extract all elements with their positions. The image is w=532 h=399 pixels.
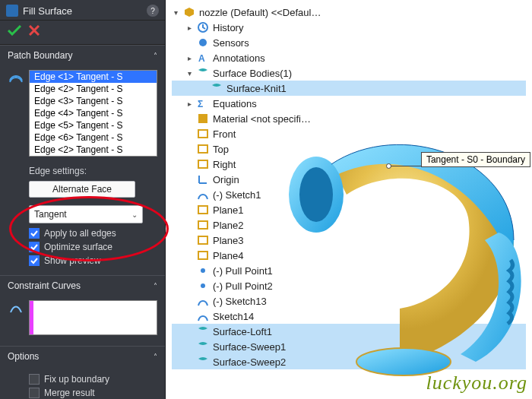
sketch-icon <box>197 188 209 201</box>
apply-to-all-edges-checkbox[interactable]: Apply to all edges <box>29 228 157 239</box>
boundary-icon <box>8 70 24 84</box>
svg-rect-5 <box>198 130 207 138</box>
tree-item-label: Plane4 <box>213 250 243 261</box>
svg-point-1 <box>199 39 207 46</box>
tree-item-highlighted[interactable]: Surface-Knit1 <box>172 81 526 96</box>
part-icon <box>183 6 195 18</box>
graphics-area[interactable]: ▾ nozzle (Default) <<Defaul… ▸History Se… <box>166 0 532 399</box>
tree-item-label: Surface-Sweep1 <box>213 341 286 353</box>
collapse-icon[interactable]: ▾ <box>172 8 179 17</box>
ok-button[interactable] <box>8 25 21 38</box>
chevron-down-icon: ⌄ <box>131 211 138 219</box>
fix-up-boundary-checkbox[interactable]: Fix up boundary <box>29 374 157 385</box>
sketch-icon <box>197 310 209 322</box>
checkbox-label: Fix up boundary <box>44 374 109 385</box>
tree-item[interactable]: ▸ΣEquations <box>172 96 526 111</box>
tree-item[interactable]: ▾Surface Bodies(1) <box>172 65 526 81</box>
svg-text:A: A <box>198 53 205 64</box>
tree-item[interactable]: (-) Sketch1 <box>172 187 526 202</box>
chevron-up-icon: ˄ <box>154 353 157 361</box>
checkbox-label: Show preview <box>44 255 101 266</box>
checkbox-label: Optimize surface <box>44 242 112 252</box>
edge-item[interactable]: Edge <2> Tangent - S <box>30 83 157 95</box>
constraint-curve-icon <box>8 300 24 314</box>
fill-surface-icon <box>6 5 18 17</box>
section-title: Constraint Curves <box>8 280 81 291</box>
edge-item[interactable]: Edge <5> Tangent - S <box>30 119 157 131</box>
tree-item[interactable]: ▸History <box>172 20 526 35</box>
tree-item-highlighted[interactable]: Surface-Sweep2 <box>172 354 526 369</box>
show-preview-checkbox[interactable]: Show preview <box>29 255 157 266</box>
svg-rect-8 <box>198 206 207 214</box>
section-header-options[interactable]: Options ˄ <box>0 347 165 366</box>
tree-item[interactable]: (-) Pull Point2 <box>172 278 526 293</box>
section-header-patch-boundary[interactable]: Patch Boundary ˄ <box>0 46 165 65</box>
chevron-up-icon: ˄ <box>154 52 157 60</box>
surf-icon <box>197 356 209 368</box>
edge-list[interactable]: Edge <1> Tangent - S Edge <2> Tangent - … <box>29 70 157 157</box>
section-patch-boundary: Patch Boundary ˄ Edge <1> Tangent - S Ed… <box>0 45 165 275</box>
optimize-surface-checkbox[interactable]: Optimize surface <box>29 242 157 252</box>
tree-item-label: Plane2 <box>213 220 243 231</box>
edge-item[interactable]: Edge <1> Tangent - S <box>30 71 157 83</box>
cancel-button[interactable] <box>29 25 40 38</box>
tree-item[interactable]: Material <not specifi… <box>172 111 526 126</box>
tree-item-highlighted[interactable]: Surface-Loft1 <box>172 324 526 339</box>
edge-item[interactable]: Edge <2> Tangent - S <box>30 144 157 156</box>
edge-item[interactable]: Edge <3> Tangent - S <box>30 95 157 107</box>
panel-actions <box>0 21 165 45</box>
collapse-icon[interactable]: ▾ <box>185 69 193 78</box>
svg-rect-6 <box>198 145 207 153</box>
constraint-curve-list[interactable] <box>29 300 157 335</box>
tree-item-label: Surface-Loft1 <box>213 326 272 337</box>
tree-item[interactable]: Sensors <box>172 35 526 50</box>
help-icon[interactable]: ? <box>147 5 159 17</box>
tree-item[interactable]: (-) Pull Point1 <box>172 263 526 278</box>
plane-icon <box>197 143 209 155</box>
tree-item-label: Plane3 <box>213 235 243 246</box>
edge-callout: Tangent - S0 - Boundary <box>421 152 530 167</box>
tree-item[interactable]: Plane1 <box>172 202 526 217</box>
svg-rect-9 <box>198 221 207 229</box>
tree-root[interactable]: ▾ nozzle (Default) <<Defaul… <box>172 5 526 20</box>
checkbox-checked-icon <box>29 255 40 266</box>
point-icon <box>197 280 209 292</box>
callout-label: Tangent - S0 - Boundary <box>421 152 530 167</box>
checkbox-checked-icon <box>29 242 40 252</box>
continuity-select[interactable]: Tangent ⌄ <box>29 205 143 223</box>
merge-result-checkbox[interactable]: Merge result <box>29 388 157 398</box>
svg-rect-10 <box>198 236 207 244</box>
equations-icon: Σ <box>197 97 209 109</box>
annotations-icon: A <box>197 52 209 64</box>
svg-point-12 <box>201 268 205 273</box>
edge-item[interactable]: Edge <4> Tangent - S <box>30 107 157 119</box>
plane-icon <box>197 249 209 261</box>
tree-item[interactable]: (-) Sketch13 <box>172 293 526 309</box>
plane-icon <box>197 219 209 231</box>
continuity-value: Tangent <box>34 209 67 220</box>
sketch-icon <box>197 295 209 307</box>
surface-bodies-icon <box>197 67 209 79</box>
svg-rect-4 <box>198 114 207 123</box>
checkbox-unchecked-icon <box>29 388 40 398</box>
callout-leader <box>391 166 421 166</box>
tree-item[interactable]: Sketch14 <box>172 309 526 324</box>
tree-item[interactable]: Origin <box>172 172 526 187</box>
alternate-face-button[interactable]: Alternate Face <box>29 181 135 198</box>
tree-item[interactable]: Front <box>172 126 526 141</box>
tree-item-label: (-) Pull Point1 <box>213 265 273 277</box>
tree-item-highlighted[interactable]: Surface-Sweep1 <box>172 339 526 354</box>
section-header-constraint-curves[interactable]: Constraint Curves ˄ <box>0 276 165 296</box>
edge-item[interactable]: Edge <6> Tangent - S <box>30 131 157 144</box>
surface-icon <box>211 82 223 94</box>
tree-item[interactable]: ▸AAnnotations <box>172 50 526 65</box>
point-icon <box>197 264 209 277</box>
svg-point-13 <box>201 283 205 288</box>
tree-item[interactable]: Plane2 <box>172 217 526 233</box>
surf-icon <box>197 325 209 337</box>
tree-item[interactable]: Plane4 <box>172 248 526 263</box>
checkbox-unchecked-icon <box>29 374 40 385</box>
svg-rect-7 <box>198 160 207 168</box>
tree-item[interactable]: Plane3 <box>172 233 526 248</box>
property-manager-panel: Fill Surface ? Patch Boundary ˄ <box>0 0 166 399</box>
